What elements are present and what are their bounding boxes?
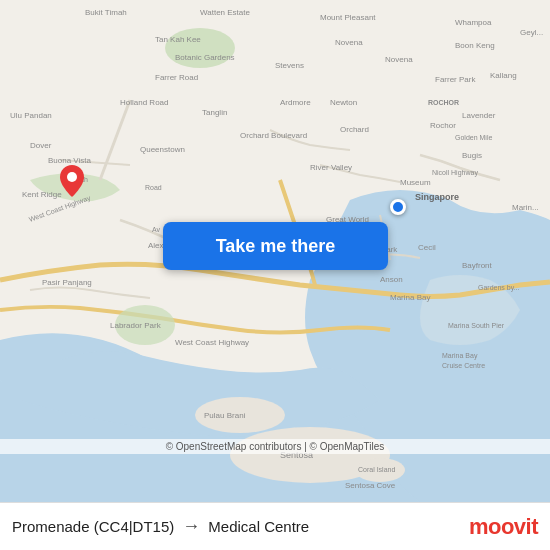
svg-text:Orchard: Orchard bbox=[340, 125, 369, 134]
destination-label: Medical Centre bbox=[208, 518, 309, 535]
svg-text:Holland Road: Holland Road bbox=[120, 98, 168, 107]
svg-text:Cruise Centre: Cruise Centre bbox=[442, 362, 485, 369]
svg-text:Bugis: Bugis bbox=[462, 151, 482, 160]
svg-text:Sentosa Cove: Sentosa Cove bbox=[345, 481, 396, 490]
svg-text:Labrador Park: Labrador Park bbox=[110, 321, 162, 330]
svg-text:Orchard Boulevard: Orchard Boulevard bbox=[240, 131, 307, 140]
svg-point-69 bbox=[67, 172, 77, 182]
svg-text:Singapore: Singapore bbox=[415, 192, 459, 202]
svg-text:Queenstown: Queenstown bbox=[140, 145, 185, 154]
svg-text:Road: Road bbox=[145, 184, 162, 191]
svg-text:Bukit Timah: Bukit Timah bbox=[85, 8, 127, 17]
svg-text:Stevens: Stevens bbox=[275, 61, 304, 70]
svg-text:Av: Av bbox=[152, 226, 161, 233]
svg-text:Coral Island: Coral Island bbox=[358, 466, 395, 473]
take-me-there-button[interactable]: Take me there bbox=[163, 222, 388, 270]
svg-text:Tan Kah Kee: Tan Kah Kee bbox=[155, 35, 201, 44]
svg-text:Marin...: Marin... bbox=[512, 203, 539, 212]
destination-dot bbox=[390, 199, 406, 215]
svg-text:Botanic Gardens: Botanic Gardens bbox=[175, 53, 235, 62]
svg-text:Rochor: Rochor bbox=[430, 121, 456, 130]
svg-text:Ardmore: Ardmore bbox=[280, 98, 311, 107]
svg-text:Marina South Pier: Marina South Pier bbox=[448, 322, 505, 329]
svg-text:Mount Pleasant: Mount Pleasant bbox=[320, 13, 376, 22]
app: Bukit Timah Watten Estate Mount Pleasant… bbox=[0, 0, 550, 550]
origin-pin bbox=[60, 165, 84, 201]
svg-text:Pasir Panjang: Pasir Panjang bbox=[42, 278, 92, 287]
svg-text:Cecil: Cecil bbox=[418, 243, 436, 252]
svg-text:Dover: Dover bbox=[30, 141, 52, 150]
svg-text:Geyl...: Geyl... bbox=[520, 28, 543, 37]
svg-text:River Valley: River Valley bbox=[310, 163, 352, 172]
svg-text:Farrer Road: Farrer Road bbox=[155, 73, 198, 82]
svg-text:Boon Keng: Boon Keng bbox=[455, 41, 495, 50]
route-info: Promenade (CC4|DT15) → Medical Centre bbox=[12, 516, 309, 537]
svg-text:Ulu Pandan: Ulu Pandan bbox=[10, 111, 52, 120]
origin-label: Promenade (CC4|DT15) bbox=[12, 518, 174, 535]
svg-text:ROCHOR: ROCHOR bbox=[428, 99, 459, 106]
svg-text:Whampoa: Whampoa bbox=[455, 18, 492, 27]
moovit-logo: moovit bbox=[469, 514, 538, 540]
svg-text:Lavender: Lavender bbox=[462, 111, 496, 120]
svg-text:Marina Bay: Marina Bay bbox=[390, 293, 430, 302]
svg-text:Buona Vista: Buona Vista bbox=[48, 156, 92, 165]
svg-text:West Coast Highway: West Coast Highway bbox=[175, 338, 249, 347]
map-attribution: © OpenStreetMap contributors | © OpenMap… bbox=[0, 439, 550, 454]
svg-text:Anson: Anson bbox=[380, 275, 403, 284]
arrow-icon: → bbox=[182, 516, 200, 537]
svg-text:Pulau Brani: Pulau Brani bbox=[204, 411, 246, 420]
svg-text:Farrer Park: Farrer Park bbox=[435, 75, 476, 84]
svg-text:Newton: Newton bbox=[330, 98, 357, 107]
svg-text:Golden Mile: Golden Mile bbox=[455, 134, 492, 141]
svg-text:Kent Ridge: Kent Ridge bbox=[22, 190, 62, 199]
svg-text:Watten Estate: Watten Estate bbox=[200, 8, 251, 17]
svg-text:Marina Bay: Marina Bay bbox=[442, 352, 478, 360]
svg-text:Bayfront: Bayfront bbox=[462, 261, 493, 270]
svg-text:Nicoll Highway: Nicoll Highway bbox=[432, 169, 478, 177]
footer-bar: Promenade (CC4|DT15) → Medical Centre mo… bbox=[0, 502, 550, 550]
svg-text:Novena: Novena bbox=[385, 55, 413, 64]
moovit-brand-text: moovit bbox=[469, 514, 538, 540]
map-container: Bukit Timah Watten Estate Mount Pleasant… bbox=[0, 0, 550, 502]
svg-text:Museum: Museum bbox=[400, 178, 431, 187]
svg-text:Novena: Novena bbox=[335, 38, 363, 47]
svg-point-4 bbox=[165, 28, 235, 68]
svg-text:Tanglin: Tanglin bbox=[202, 108, 227, 117]
svg-text:Kallang: Kallang bbox=[490, 71, 517, 80]
svg-text:Gardens by...: Gardens by... bbox=[478, 284, 520, 292]
